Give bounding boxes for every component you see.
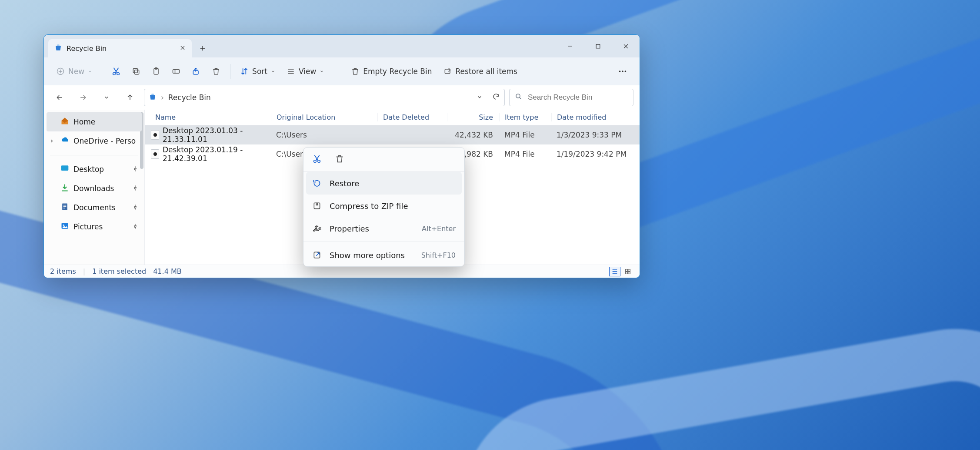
svg-point-3 — [117, 72, 120, 75]
toolbar: New Sort View Empty Recycle Bin Restore … — [44, 57, 640, 85]
svg-point-27 — [318, 160, 320, 162]
paste-button[interactable] — [147, 63, 165, 80]
svg-rect-8 — [173, 69, 180, 73]
pin-icon[interactable] — [132, 203, 138, 212]
restore-all-button[interactable]: Restore all items — [439, 63, 522, 80]
sidebar-item-documents[interactable]: Documents — [44, 198, 144, 217]
svg-rect-0 — [596, 44, 600, 48]
documents-icon — [60, 202, 69, 213]
pictures-icon — [60, 222, 69, 232]
svg-rect-18 — [63, 206, 67, 207]
svg-point-11 — [619, 71, 621, 72]
recycle-bin-icon — [149, 93, 157, 102]
properties-icon — [312, 224, 322, 233]
status-selected: 1 item selected — [92, 267, 146, 275]
refresh-button[interactable] — [492, 93, 500, 102]
column-date-deleted[interactable]: Date Deleted — [377, 113, 447, 121]
pin-icon[interactable] — [132, 184, 138, 193]
copy-button[interactable] — [127, 63, 145, 80]
svg-rect-15 — [61, 165, 69, 171]
home-icon — [60, 117, 69, 127]
navigation-row: › Recycle Bin — [44, 85, 640, 110]
breadcrumb-location[interactable]: Recycle Bin — [168, 93, 211, 102]
cut-icon[interactable] — [312, 154, 322, 165]
pin-icon[interactable] — [132, 222, 138, 231]
titlebar: Recycle Bin — [44, 35, 640, 57]
svg-rect-17 — [63, 205, 67, 205]
sidebar-item-onedrive[interactable]: OneDrive - Perso — [44, 131, 144, 151]
svg-point-12 — [622, 71, 623, 72]
delete-icon[interactable] — [335, 154, 344, 165]
menu-restore[interactable]: Restore — [306, 172, 462, 195]
sidebar-item-pictures[interactable]: Pictures — [44, 217, 144, 236]
back-button[interactable] — [50, 88, 69, 107]
video-file-icon — [151, 130, 159, 140]
chevron-right-icon[interactable] — [49, 137, 54, 145]
rename-button[interactable] — [167, 63, 185, 80]
address-bar[interactable]: › Recycle Bin — [144, 89, 505, 106]
search-box[interactable] — [509, 89, 633, 106]
menu-more-shortcut: Shift+F10 — [421, 251, 456, 259]
tab-title: Recycle Bin — [67, 44, 107, 53]
address-dropdown-icon[interactable] — [477, 93, 483, 102]
empty-recycle-bin-button[interactable]: Empty Recycle Bin — [347, 63, 436, 80]
menu-properties[interactable]: Properties Alt+Enter — [303, 217, 464, 240]
svg-rect-24 — [626, 272, 628, 274]
svg-point-13 — [625, 71, 627, 72]
svg-point-26 — [314, 160, 317, 162]
sidebar-item-downloads[interactable]: Downloads — [44, 179, 144, 198]
up-button[interactable] — [120, 88, 140, 107]
svg-rect-28 — [314, 203, 320, 208]
column-item-type[interactable]: Item type — [499, 113, 551, 121]
svg-point-2 — [113, 72, 116, 75]
svg-rect-22 — [626, 269, 628, 271]
file-row[interactable]: Desktop 2023.01.03 - 21.33.11.01 C:\User… — [145, 125, 640, 144]
status-count: 2 items — [50, 267, 76, 275]
column-date-modified[interactable]: Date modified — [551, 113, 640, 121]
menu-properties-shortcut: Alt+Enter — [422, 225, 456, 233]
explorer-window: Recycle Bin New Sort — [43, 34, 640, 278]
column-headers: Name⌃ Original Location Date Deleted Siz… — [145, 110, 640, 125]
svg-rect-4 — [135, 70, 139, 74]
recent-dropdown[interactable] — [97, 88, 116, 107]
onedrive-icon — [60, 136, 69, 146]
downloads-icon — [60, 183, 69, 194]
sidebar-item-desktop[interactable]: Desktop — [44, 160, 144, 179]
svg-point-14 — [516, 94, 520, 98]
column-size[interactable]: Size — [447, 113, 499, 121]
thumbnails-view-button[interactable] — [622, 267, 633, 276]
pin-icon[interactable] — [132, 165, 138, 174]
share-button[interactable] — [187, 63, 205, 80]
restore-icon — [312, 179, 322, 188]
menu-compress[interactable]: Compress to ZIP file — [303, 195, 464, 217]
svg-rect-5 — [133, 68, 137, 73]
minimize-button[interactable] — [556, 35, 584, 57]
desktop-icon — [60, 164, 69, 175]
sidebar-item-home[interactable]: Home — [47, 112, 142, 131]
column-name[interactable]: Name⌃ — [145, 113, 271, 121]
new-tab-button[interactable] — [192, 39, 213, 57]
recycle-bin-icon — [54, 44, 62, 53]
menu-show-more[interactable]: Show more options Shift+F10 — [303, 244, 464, 266]
cut-button[interactable] — [107, 63, 125, 80]
maximize-button[interactable] — [584, 35, 612, 57]
tab-recycle-bin[interactable]: Recycle Bin — [48, 39, 192, 57]
svg-rect-23 — [628, 269, 630, 271]
zip-icon — [312, 201, 322, 210]
search-input[interactable] — [527, 93, 628, 102]
video-file-icon — [151, 149, 159, 159]
details-view-button[interactable] — [609, 267, 620, 276]
new-button[interactable]: New — [52, 63, 97, 80]
context-menu: Restore Compress to ZIP file Properties … — [303, 147, 465, 267]
more-button[interactable] — [613, 63, 632, 80]
status-size: 41.4 MB — [153, 267, 182, 275]
close-tab-icon[interactable] — [180, 44, 186, 53]
open-external-icon — [312, 251, 322, 259]
close-window-button[interactable] — [612, 35, 640, 57]
forward-button[interactable] — [73, 88, 93, 107]
sort-button[interactable]: Sort — [236, 63, 280, 80]
svg-point-21 — [63, 225, 64, 226]
view-button[interactable]: View — [282, 63, 328, 80]
column-original-location[interactable]: Original Location — [271, 113, 377, 121]
delete-button[interactable] — [207, 63, 225, 80]
